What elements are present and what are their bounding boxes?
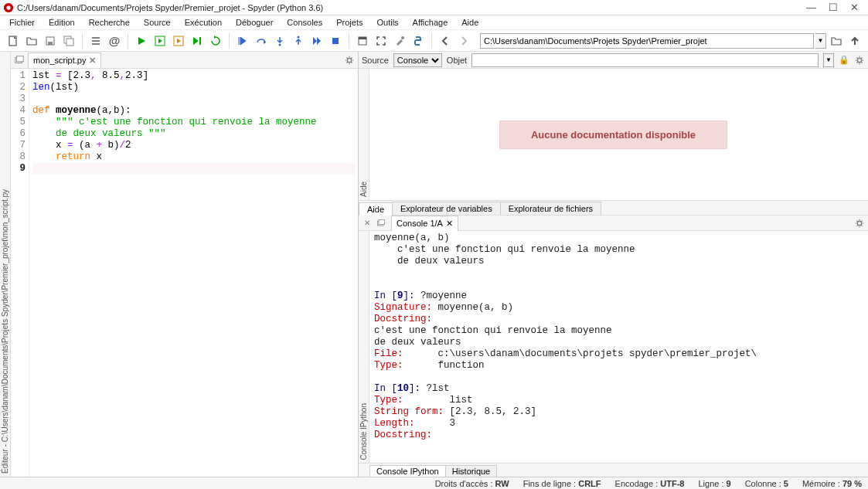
object-input[interactable] xyxy=(471,53,819,67)
tab-explorateur-de-variables[interactable]: Explorateur de variables xyxy=(392,202,501,215)
minimize-button[interactable]: — xyxy=(806,2,816,13)
status-bar: Droits d'accès : RW Fins de ligne : CRLF… xyxy=(0,477,868,489)
status-column: Colonne : 5 xyxy=(745,479,788,488)
console-tab-label: Console 1/A xyxy=(397,219,443,228)
parent-dir-icon[interactable] xyxy=(846,32,863,49)
preferences-icon[interactable] xyxy=(391,32,408,49)
toolbar: @ ▼ xyxy=(0,30,868,52)
editor-tab-bar: mon_script.py ✕ xyxy=(11,52,358,69)
run-selection-icon[interactable] xyxy=(189,32,206,49)
help-tabs: AideExplorateur de variablesExplorateur … xyxy=(359,200,868,216)
svg-rect-18 xyxy=(17,56,24,61)
menu-source[interactable]: Source xyxy=(138,16,177,29)
console-control-bar: ✕ Console 1/A ✕ xyxy=(359,216,868,231)
title-bar: C:/Users/danam/Documents/Projets Spyder/… xyxy=(0,0,868,15)
lock-icon[interactable]: 🔒 xyxy=(839,55,849,66)
console-output[interactable]: moyenne(a, b) c'est une fonction qui ren… xyxy=(369,231,868,463)
svg-point-19 xyxy=(347,58,351,62)
console-options-icon[interactable] xyxy=(854,218,865,229)
code-editor[interactable]: 123456789 lst = [2.3, 8.5,2.3]len(lst) d… xyxy=(11,69,358,477)
at-icon[interactable]: @ xyxy=(106,32,123,49)
menu-recherche[interactable]: Recherche xyxy=(83,16,136,29)
svg-point-23 xyxy=(857,221,861,225)
working-dir-dropdown[interactable]: ▼ xyxy=(815,33,826,49)
menu-aide[interactable]: Aide xyxy=(455,16,485,29)
status-encoding: Encodage : UTF-8 xyxy=(615,479,685,488)
menu-déboguer[interactable]: Déboguer xyxy=(230,16,279,29)
menu-consoles[interactable]: Consoles xyxy=(281,16,328,29)
step-out-icon[interactable] xyxy=(290,32,307,49)
menu-exécution[interactable]: Exécution xyxy=(179,16,228,29)
stop-debug-icon[interactable] xyxy=(327,32,344,49)
help-body: Aide Aucune documentation disponible xyxy=(359,69,868,200)
menu-outils[interactable]: Outils xyxy=(370,16,404,29)
tab-historique[interactable]: Historique xyxy=(445,465,498,477)
editor-tab-mon-script[interactable]: mon_script.py ✕ xyxy=(28,53,101,68)
fullscreen-icon[interactable] xyxy=(373,32,390,49)
window-title: C:/Users/danam/Documents/Projets Spyder/… xyxy=(17,3,806,12)
object-label: Objet xyxy=(447,56,467,65)
help-vertical-tab[interactable]: Aide xyxy=(359,69,369,200)
python-path-icon[interactable] xyxy=(410,32,427,49)
file-switcher-icon[interactable] xyxy=(12,53,26,67)
svg-rect-14 xyxy=(359,37,366,39)
svg-point-11 xyxy=(298,36,300,38)
status-rights: Droits d'accès : RW xyxy=(435,479,509,488)
continue-icon[interactable] xyxy=(308,32,325,49)
run-cell-advance-icon[interactable] xyxy=(170,32,187,49)
object-dropdown-icon[interactable]: ▼ xyxy=(823,53,834,67)
run-icon[interactable] xyxy=(133,32,150,49)
close-tab-icon[interactable]: ✕ xyxy=(89,56,96,66)
menu-fichier[interactable]: Fichier xyxy=(3,16,41,29)
console-vertical-tab[interactable]: Console IPython xyxy=(359,231,369,463)
maximize-button[interactable]: ☐ xyxy=(829,2,838,13)
svg-rect-9 xyxy=(199,37,201,45)
menu-bar: FichierÉditionRechercheSourceExécutionDé… xyxy=(0,15,868,30)
svg-point-20 xyxy=(857,58,861,62)
browse-dir-icon[interactable] xyxy=(828,32,845,49)
save-icon[interactable] xyxy=(42,32,59,49)
editor-options-icon[interactable] xyxy=(342,53,356,67)
console-tab[interactable]: Console 1/A ✕ xyxy=(391,216,458,231)
close-button[interactable]: ✕ xyxy=(850,2,859,13)
svg-rect-12 xyxy=(332,38,339,44)
close-pane-icon[interactable]: ✕ xyxy=(362,218,373,229)
open-file-icon[interactable] xyxy=(23,32,40,49)
svg-rect-4 xyxy=(48,42,53,45)
tab-explorateur-de-fichiers[interactable]: Explorateur de fichiers xyxy=(500,202,601,215)
new-file-icon[interactable] xyxy=(5,32,22,49)
working-dir-input[interactable] xyxy=(480,33,814,49)
help-toolbar: Source Console Objet ▼ 🔒 xyxy=(359,52,868,69)
svg-point-16 xyxy=(416,37,417,39)
save-all-icon[interactable] xyxy=(60,32,77,49)
file-switcher-icon[interactable] xyxy=(376,218,386,229)
debug-play-icon[interactable] xyxy=(234,32,251,49)
help-options-icon[interactable] xyxy=(854,55,865,66)
list-icon[interactable] xyxy=(87,32,104,49)
source-select[interactable]: Console xyxy=(393,53,442,67)
svg-point-15 xyxy=(401,36,404,39)
svg-rect-22 xyxy=(379,219,385,224)
run-cell-icon[interactable] xyxy=(151,32,168,49)
svg-point-10 xyxy=(279,43,281,46)
tab-console-ipython[interactable]: Console IPython xyxy=(369,465,446,477)
step-over-icon[interactable] xyxy=(253,32,270,49)
menu-édition[interactable]: Édition xyxy=(43,16,81,29)
status-memory: Mémoire : 79 % xyxy=(802,479,862,488)
console-pane: ✕ Console 1/A ✕ Console IPython moyenne(… xyxy=(359,216,868,477)
source-label: Source xyxy=(362,56,389,65)
menu-projets[interactable]: Projets xyxy=(330,16,369,29)
back-icon[interactable] xyxy=(437,32,454,49)
status-eol: Fins de ligne : CRLF xyxy=(523,479,601,488)
maximize-pane-icon[interactable] xyxy=(354,32,371,49)
status-line: Ligne : 9 xyxy=(698,479,730,488)
forward-icon[interactable] xyxy=(455,32,472,49)
svg-point-1 xyxy=(6,5,10,9)
console-bottom-tabs: Console IPythonHistorique xyxy=(359,463,868,477)
editor-vertical-tab[interactable]: Éditeur - C:\Users\danam\Documents\Proje… xyxy=(0,52,11,477)
tab-aide[interactable]: Aide xyxy=(359,202,393,216)
rerun-icon[interactable] xyxy=(207,32,224,49)
step-into-icon[interactable] xyxy=(271,32,288,49)
menu-affichage[interactable]: Affichage xyxy=(407,16,454,29)
close-console-icon[interactable]: ✕ xyxy=(446,219,453,229)
